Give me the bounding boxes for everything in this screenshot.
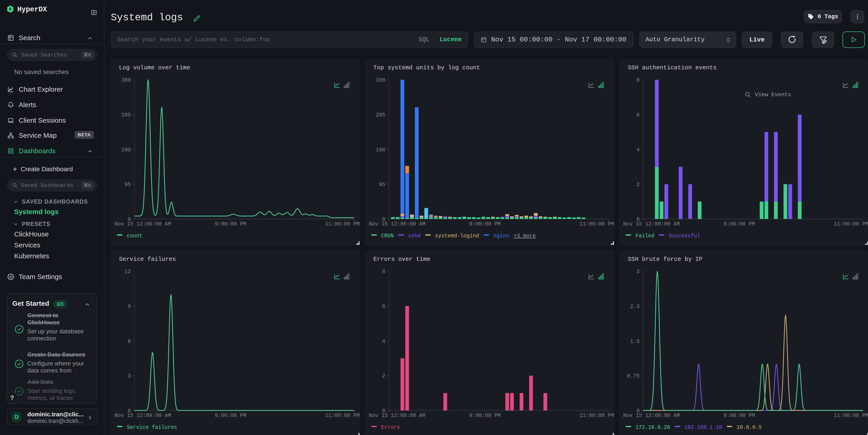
svg-text:Nov 15 12:00:00 AM: Nov 15 12:00:00 AM: [369, 221, 425, 227]
svg-text:95: 95: [124, 182, 131, 188]
svg-text:11:00:00 PM: 11:00:00 PM: [325, 413, 360, 418]
svg-text:6: 6: [128, 339, 131, 344]
svg-text:Nov 15 12:00:00 AM: Nov 15 12:00:00 AM: [623, 221, 680, 227]
svg-text:3: 3: [128, 373, 131, 379]
svg-text:systemd-logind: systemd-logind: [435, 233, 479, 239]
svg-text:380: 380: [122, 77, 131, 83]
svg-text:4: 4: [382, 339, 385, 344]
svg-text:172.16.0.20: 172.16.0.20: [636, 425, 670, 430]
svg-text:95: 95: [379, 182, 385, 188]
svg-text:9:00:00 PM: 9:00:00 PM: [723, 413, 755, 418]
svg-text:+3 more: +3 more: [514, 233, 536, 239]
svg-text:Service failures: Service failures: [127, 425, 177, 430]
svg-text:285: 285: [376, 112, 385, 118]
svg-text:11:00:00 PM: 11:00:00 PM: [580, 221, 614, 227]
svg-text:285: 285: [122, 112, 131, 118]
svg-text:4: 4: [637, 147, 640, 153]
svg-text:1.5: 1.5: [630, 339, 640, 344]
svg-text:9:00:00 PM: 9:00:00 PM: [215, 221, 246, 227]
svg-text:Failed: Failed: [636, 233, 654, 239]
svg-text:9:00:00 PM: 9:00:00 PM: [215, 413, 246, 418]
svg-text:8: 8: [382, 269, 385, 275]
svg-text:9:00:00 PM: 9:00:00 PM: [469, 413, 501, 418]
svg-text:2: 2: [382, 373, 385, 379]
svg-text:12: 12: [124, 269, 131, 275]
svg-text:nginx: nginx: [494, 233, 509, 239]
svg-text:11:00:00 PM: 11:00:00 PM: [834, 221, 868, 227]
svg-text:6: 6: [637, 112, 640, 118]
svg-text:Nov 15 12:00:00 AM: Nov 15 12:00:00 AM: [115, 221, 171, 227]
svg-text:sshd: sshd: [408, 233, 421, 239]
svg-text:192.168.1.10: 192.168.1.10: [684, 425, 722, 430]
svg-text:count: count: [127, 233, 143, 239]
svg-text:0.75: 0.75: [627, 373, 640, 379]
svg-text:6: 6: [382, 304, 385, 310]
svg-text:2: 2: [637, 182, 640, 188]
svg-text:3: 3: [637, 269, 640, 275]
svg-text:11:00:00 PM: 11:00:00 PM: [580, 413, 614, 418]
svg-text:Nov 15 12:00:00 AM: Nov 15 12:00:00 AM: [369, 413, 425, 418]
svg-text:190: 190: [376, 147, 385, 153]
svg-text:9:00:00 PM: 9:00:00 PM: [723, 221, 755, 227]
svg-text:11:00:00 PM: 11:00:00 PM: [834, 413, 868, 418]
svg-text:Errors: Errors: [381, 425, 400, 430]
svg-text:CRON: CRON: [381, 233, 394, 239]
svg-text:2.3: 2.3: [630, 304, 640, 310]
svg-text:Nov 15 12:00:00 AM: Nov 15 12:00:00 AM: [115, 413, 171, 418]
svg-text:8: 8: [637, 77, 640, 83]
svg-text:380: 380: [376, 77, 385, 83]
svg-text:9: 9: [128, 304, 131, 310]
svg-text:Nov 15 12:00:00 AM: Nov 15 12:00:00 AM: [623, 413, 680, 418]
svg-text:Successful: Successful: [669, 233, 700, 239]
svg-text:9:00:00 PM: 9:00:00 PM: [469, 221, 501, 227]
svg-text:11:00:00 PM: 11:00:00 PM: [325, 221, 360, 227]
svg-text:190: 190: [122, 147, 131, 153]
svg-text:10.0.0.5: 10.0.0.5: [737, 425, 762, 430]
